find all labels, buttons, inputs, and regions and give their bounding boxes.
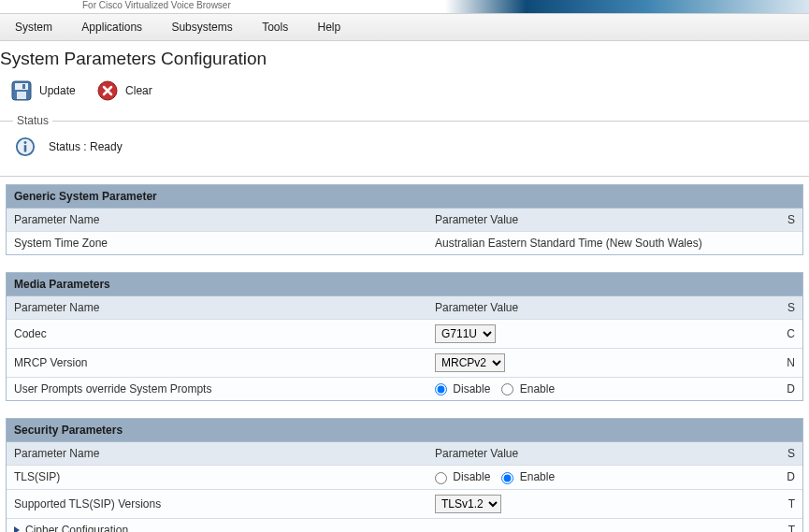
radio-user-prompts-disable[interactable]: Disable: [435, 382, 490, 395]
menu-tools[interactable]: Tools: [249, 18, 301, 36]
menu-bar: System Applications Subsystems Tools Hel…: [0, 13, 809, 41]
col-suggested: S: [780, 296, 802, 319]
codec-select[interactable]: G711U: [435, 324, 496, 343]
radio-input[interactable]: [435, 383, 447, 395]
clear-label: Clear: [125, 84, 152, 97]
row-mrcp-version: MRCP Version MRCPv2 N: [7, 349, 802, 378]
menu-applications[interactable]: Applications: [68, 18, 155, 36]
menu-subsystems[interactable]: Subsystems: [158, 18, 245, 36]
menu-system[interactable]: System: [2, 18, 65, 36]
row-codec: Codec G711U C: [7, 320, 802, 349]
param-label: User Prompts override System Prompts: [7, 378, 427, 400]
col-parameter-value: Parameter Value: [427, 208, 780, 231]
radio-input[interactable]: [501, 383, 513, 395]
param-label: System Time Zone: [7, 232, 427, 254]
tls-version-select[interactable]: TLSv1.2: [435, 495, 501, 513]
svg-rect-7: [24, 145, 27, 151]
section-media-header: Media Parameters: [7, 273, 802, 296]
update-label: Update: [39, 84, 76, 97]
table-header: Parameter Name Parameter Value S: [7, 296, 802, 320]
col-parameter-value: Parameter Value: [427, 442, 780, 465]
radio-tls-disable[interactable]: Disable: [435, 470, 490, 483]
update-button[interactable]: Update: [9, 79, 76, 103]
close-circle-icon: [95, 79, 120, 103]
param-label: MRCP Version: [7, 349, 427, 377]
col-suggested: S: [780, 208, 802, 231]
row-tls-versions: Supported TLS(SIP) Versions TLSv1.2 T: [7, 490, 802, 519]
param-label: Codec: [7, 320, 427, 348]
col-parameter-name: Parameter Name: [7, 296, 427, 319]
radio-tls-enable[interactable]: Enable: [501, 470, 555, 483]
radio-input[interactable]: [501, 472, 513, 484]
radio-user-prompts-enable[interactable]: Enable: [501, 382, 555, 395]
divider: [0, 176, 809, 177]
row-cipher-configuration[interactable]: Cipher Configuration T: [7, 519, 802, 532]
col-parameter-value: Parameter Value: [427, 296, 780, 319]
mrcp-version-select[interactable]: MRCPv2: [435, 353, 505, 372]
status-text: Status : Ready: [49, 140, 123, 153]
info-icon: [13, 135, 37, 159]
col-parameter-name: Parameter Name: [7, 208, 427, 231]
svg-point-6: [24, 141, 27, 144]
menu-help[interactable]: Help: [304, 18, 354, 36]
svg-rect-2: [17, 92, 26, 99]
section-media: Media Parameters Parameter Name Paramete…: [6, 272, 803, 401]
svg-rect-1: [15, 83, 28, 90]
top-banner: For Cisco Virtualized Voice Browser: [0, 0, 809, 13]
row-tls-sip: TLS(SIP) Disable Enable D: [7, 466, 802, 489]
section-security: Security Parameters Parameter Name Param…: [6, 418, 803, 532]
col-parameter-name: Parameter Name: [7, 442, 427, 465]
row-system-time-zone: System Time Zone Australian Eastern Stan…: [7, 232, 802, 254]
param-value: Australian Eastern Standard Time (New So…: [427, 232, 787, 254]
clear-button[interactable]: Clear: [95, 79, 152, 103]
param-label: Cipher Configuration: [25, 524, 128, 532]
chevron-right-icon: [14, 526, 20, 532]
status-panel: Status Status : Ready: [0, 114, 809, 166]
table-header: Parameter Name Parameter Value S: [7, 442, 802, 466]
section-generic: Generic System Parameter Parameter Name …: [6, 184, 803, 255]
product-subtitle: For Cisco Virtualized Voice Browser: [82, 0, 231, 10]
col-suggested: S: [780, 442, 802, 465]
toolbar: Update Clear: [0, 73, 809, 110]
radio-input[interactable]: [435, 472, 447, 484]
save-icon: [9, 79, 34, 103]
section-generic-header: Generic System Parameter: [7, 185, 802, 208]
param-label: TLS(SIP): [7, 466, 427, 488]
status-legend: Status: [13, 114, 52, 127]
param-label: Supported TLS(SIP) Versions: [7, 490, 427, 518]
section-security-header: Security Parameters: [7, 419, 802, 442]
page-title: System Parameters Configuration: [0, 41, 809, 73]
row-user-prompts-override: User Prompts override System Prompts Dis…: [7, 378, 802, 400]
svg-rect-3: [22, 84, 25, 89]
table-header: Parameter Name Parameter Value S: [7, 208, 802, 232]
